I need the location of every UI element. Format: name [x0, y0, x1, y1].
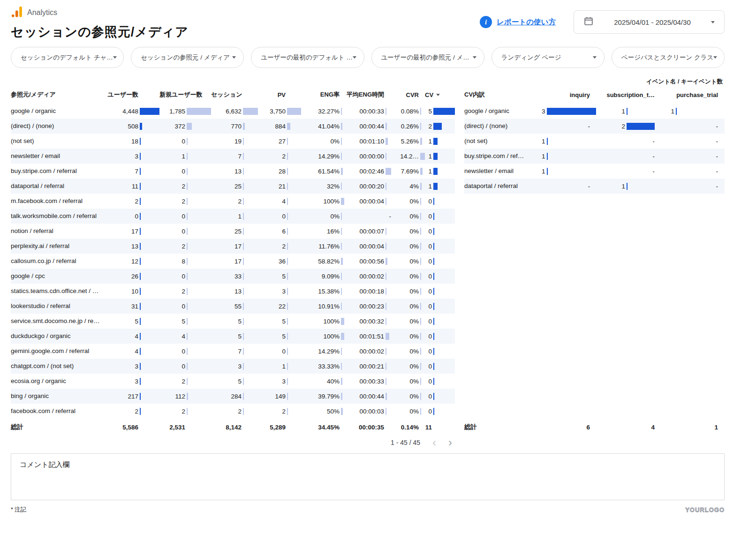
table-row[interactable]: google / cpc 26 0 33 5 9.09% 0 [11, 269, 455, 284]
filter-chip-session-source-media[interactable]: セッションの参照元 / メディア [131, 47, 244, 68]
col-pv[interactable]: PV [258, 91, 301, 98]
col-eng-time[interactable]: 平均ENG時間 [344, 90, 391, 99]
table-row[interactable]: chatgpt.com / (not set) 3 0 3 1 33.33% [11, 359, 455, 374]
source-cell: statics.teams.cdn.office.net / … [11, 284, 107, 299]
table-row[interactable]: (direct) / (none) 508 372 770 884 41.04% [11, 119, 455, 134]
comment-box[interactable]: コメント記入欄 [11, 453, 725, 500]
col-purchase-trial[interactable]: purchase_trial [661, 91, 725, 98]
table-row[interactable]: buy.stripe.com / referral 7 0 13 28 61.5… [11, 164, 455, 179]
filter-chip-label: ページパスとスクリーン クラス [621, 53, 714, 62]
sessions-cell: 19 [211, 138, 258, 145]
new-users-cell: 0 [159, 303, 211, 310]
analytics-logo-icon [11, 6, 23, 20]
sessions-cell: 25 [211, 228, 258, 235]
table-row[interactable]: bing / organic 217 112 284 149 39.79% [11, 389, 455, 404]
new-users-cell: 8 [159, 258, 211, 265]
new-users-cell: 0 [159, 168, 211, 175]
table-row[interactable]: (direct) / (none) - 2 - [464, 119, 725, 134]
source-cell: duckduckgo / organic [11, 329, 107, 344]
table-row[interactable]: service.smt.docomo.ne.jp / re… 5 5 5 5 1… [11, 314, 455, 329]
source-cell: buy.stripe.com / referral [11, 164, 107, 179]
source-cell: (not set) [11, 134, 107, 149]
cvr-cell: 14.2… [391, 153, 425, 160]
table-row[interactable]: m.facebook.com / referral 2 2 2 4 100% [11, 194, 455, 209]
pagination-range: 1 - 45 / 45 [391, 439, 420, 446]
table-row[interactable]: facebook.com / referral 2 2 2 2 50% [11, 404, 455, 419]
source-cell: m.facebook.com / referral [11, 194, 107, 209]
help-link[interactable]: レポートの使い方 [497, 17, 556, 27]
table-row[interactable]: gemini.google.com / referral 4 0 7 0 14.… [11, 344, 455, 359]
new-users-cell: 372 [159, 123, 211, 130]
table-row[interactable]: talk.worksmobile.com / referral 0 0 1 0 … [11, 209, 455, 224]
eng-rate-cell: 40% [301, 378, 344, 385]
col-cv-sorted[interactable]: CV [425, 91, 455, 98]
new-users-cell: 2 [159, 183, 211, 190]
info-icon: i [480, 16, 492, 28]
users-cell: 3 [107, 363, 159, 370]
table-row[interactable]: newsletter / email 1 - - [464, 164, 725, 179]
page-title: セッションの参照元/メディア [11, 23, 189, 40]
table-row[interactable]: google / organic 4,448 1,785 6,632 3,750… [11, 104, 455, 119]
table-row[interactable]: callosum.co.jp / referral 12 8 17 36 58.… [11, 254, 455, 269]
col-inquiry[interactable]: inquiry [542, 91, 597, 98]
source-cell: chatgpt.com / (not set) [11, 359, 107, 374]
users-cell: 2 [107, 408, 159, 415]
table-row[interactable]: dataportal / referral - 1 - [464, 179, 725, 194]
pv-cell: 22 [258, 303, 301, 310]
source-cell: (direct) / (none) [11, 119, 107, 134]
col-new-users[interactable]: 新規ユーザー数 [159, 90, 211, 99]
filter-chip-page-path-screen-class[interactable]: ページパスとスクリーン クラス [612, 47, 725, 68]
table-row[interactable]: duckduckgo / organic 4 4 5 5 100% [11, 329, 455, 344]
eng-time-cell: 00:00:18 [344, 288, 391, 295]
table-row[interactable]: perplexity.ai / referral 13 2 17 2 11.76… [11, 239, 455, 254]
filter-chip-landing-page[interactable]: ランディング ページ [491, 47, 605, 68]
eng-time-cell: 00:00:56 [344, 258, 391, 265]
cv-cell: 0 [425, 228, 455, 235]
table-row[interactable]: newsletter / email 3 1 7 2 14.29% [11, 149, 455, 164]
col-cv-breakdown[interactable]: CV内訳 [464, 90, 542, 99]
inquiry-cell: 3 [542, 108, 597, 115]
cvr-cell: 0% [391, 198, 425, 205]
table-row[interactable]: (not set) 1 - - [464, 134, 725, 149]
sort-desc-icon [436, 94, 440, 96]
users-cell: 4 [107, 333, 159, 340]
table-row[interactable]: ecosia.org / organic 3 2 5 3 40% [11, 374, 455, 389]
eng-rate-cell: 100% [301, 333, 344, 340]
table-row[interactable]: buy.stripe.com / ref… 1 - - [464, 149, 725, 164]
filter-chip-first-user-default-channel[interactable]: ユーザーの最初のデフォルト … [251, 47, 364, 68]
cv-cell: 1 [425, 138, 455, 145]
new-users-cell: 0 [159, 273, 211, 280]
table-row[interactable]: google / organic 3 1 1 [464, 104, 725, 119]
subscription-cell: 1 [597, 108, 661, 115]
col-subscription[interactable]: subscription_t… [597, 91, 661, 98]
sessions-cell: 33 [211, 273, 258, 280]
report-help: i レポートの使い方 [480, 16, 556, 28]
table-row[interactable]: lookerstudio / referral 31 0 55 22 10.91… [11, 299, 455, 314]
col-users[interactable]: ユーザー数 [107, 90, 159, 99]
purchase-cell: - [661, 168, 725, 175]
chevron-down-icon [473, 56, 476, 59]
users-cell: 12 [107, 258, 159, 265]
col-source[interactable]: 参照元/メディア [11, 90, 107, 99]
col-eng-rate[interactable]: ENG率 [301, 90, 344, 99]
table-row[interactable]: dataportal / referral 11 2 25 21 32% [11, 179, 455, 194]
table-row[interactable]: (not set) 18 0 19 27 0% 00:01: [11, 134, 455, 149]
sessions-cell: 7 [211, 348, 258, 355]
col-cvr[interactable]: CVR [391, 91, 425, 98]
eng-rate-cell: 33.33% [301, 363, 344, 370]
chevron-down-icon [113, 56, 117, 59]
inquiry-cell: - [542, 183, 597, 190]
sessions-cell: 2 [211, 198, 258, 205]
filter-chip-first-user-source-media[interactable]: ユーザーの最初の参照元 / メ… [371, 47, 484, 68]
pv-cell: 0 [258, 348, 301, 355]
next-page-button[interactable]: › [448, 438, 452, 447]
table-row[interactable]: notion / referral 17 0 25 6 16% [11, 224, 455, 239]
date-range-picker[interactable]: 2025/04/01 - 2025/04/30 [574, 10, 725, 34]
table-row[interactable]: statics.teams.cdn.office.net / … 10 2 13… [11, 284, 455, 299]
prev-page-button[interactable]: ‹ [432, 438, 436, 447]
filter-chip-session-default-channel[interactable]: セッションのデフォルト チャ… [11, 47, 124, 68]
eng-rate-cell: 10.91% [301, 303, 344, 310]
new-users-cell: 0 [159, 228, 211, 235]
col-sessions[interactable]: セッション [211, 90, 258, 99]
chevron-down-icon [353, 56, 356, 59]
